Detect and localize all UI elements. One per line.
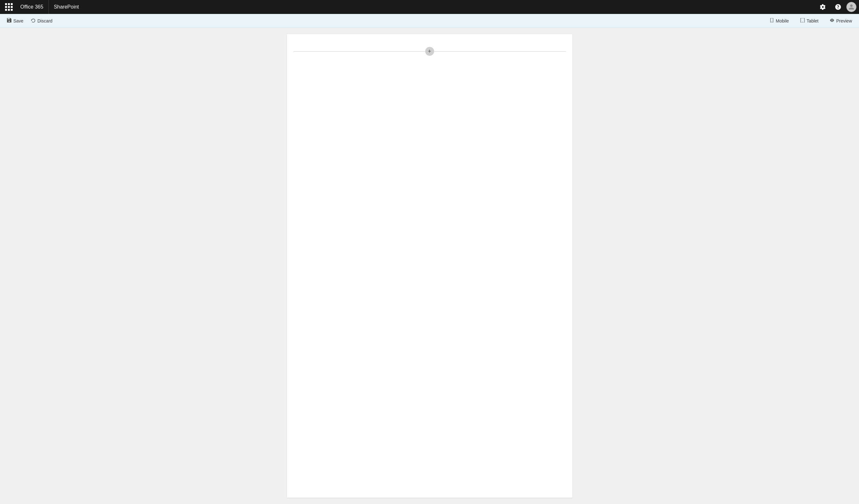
office-label[interactable]: Office 365 — [15, 0, 49, 14]
nav-icons — [816, 0, 857, 14]
preview-button[interactable]: Preview — [827, 16, 855, 25]
svg-point-1 — [771, 21, 772, 22]
svg-point-3 — [802, 21, 802, 22]
discard-label: Discard — [37, 18, 52, 23]
add-section-button[interactable]: + — [425, 47, 434, 56]
phone-icon — [770, 18, 774, 22]
mobile-view-button[interactable]: Mobile — [766, 16, 792, 25]
discard-icon — [31, 18, 35, 23]
tablet-icon — [800, 18, 805, 23]
mobile-icon — [770, 18, 774, 23]
page-canvas: + — [287, 34, 572, 498]
sharepoint-label[interactable]: SharePoint — [49, 0, 84, 14]
question-icon — [835, 4, 841, 10]
save-label: Save — [13, 18, 24, 23]
discard-button[interactable]: Discard — [28, 16, 56, 25]
help-button[interactable] — [831, 0, 845, 14]
eye-icon — [830, 18, 834, 22]
tablet-shape-icon — [800, 18, 805, 22]
preview-label: Preview — [836, 18, 852, 23]
tablet-label: Tablet — [807, 18, 818, 23]
settings-button[interactable] — [816, 0, 830, 14]
apps-menu-button[interactable] — [2, 0, 15, 14]
section-divider: + — [287, 47, 572, 56]
undo-icon — [31, 18, 35, 22]
avatar-silhouette-icon — [848, 4, 855, 10]
gear-icon — [820, 4, 826, 10]
user-avatar[interactable] — [846, 2, 857, 12]
preview-icon — [830, 18, 834, 23]
main-content: + — [0, 28, 859, 504]
toolbar-right: Mobile Tablet Preview — [766, 16, 855, 25]
top-nav: Office 365 SharePoint — [0, 0, 859, 14]
save-button[interactable]: Save — [4, 16, 27, 25]
apps-grid-icon — [5, 3, 13, 11]
save-icon — [7, 18, 11, 23]
floppy-icon — [7, 18, 11, 22]
tablet-view-button[interactable]: Tablet — [797, 16, 822, 25]
mobile-label: Mobile — [776, 18, 789, 23]
toolbar-left: Save Discard — [4, 16, 56, 25]
edit-toolbar: Save Discard Mobile — [0, 14, 859, 28]
